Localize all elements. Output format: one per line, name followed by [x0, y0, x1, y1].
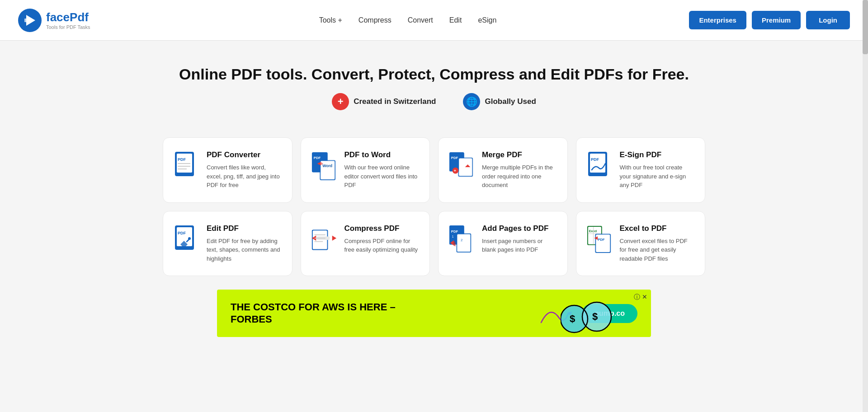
excel-to-pdf-desc: Convert excel files to PDF for free and …: [620, 237, 695, 263]
edit-pdf-icon: PDF: [173, 224, 199, 255]
merge-pdf-info: Merge PDF Merge multiple PDFs in the ord…: [482, 150, 557, 190]
tool-card-edit-pdf[interactable]: PDF Edit PDF Edit PDF for free by adding…: [163, 211, 292, 276]
svg-text:PDF: PDF: [451, 156, 458, 160]
pdf-converter-info: PDF Converter Convert files like word, e…: [207, 150, 282, 190]
logo-tagline: Tools for PDF Tasks: [46, 24, 90, 30]
globe-icon: 🌐: [463, 93, 480, 110]
svg-text:Excel: Excel: [589, 229, 597, 232]
svg-text:PDF: PDF: [313, 156, 321, 160]
esign-pdf-info: E-Sign PDF With our free tool create you…: [620, 150, 695, 190]
edit-pdf-title: Edit PDF: [207, 224, 282, 233]
ad-close-button[interactable]: ⓘ ✕: [634, 293, 647, 301]
pdf-converter-desc: Convert files like word, excel, png, tif…: [207, 163, 282, 190]
pdf-converter-title: PDF Converter: [207, 150, 282, 159]
badge-swiss-label: Created in Switzerland: [354, 97, 436, 106]
hero-title: Online PDF tools. Convert, Protect, Comp…: [9, 66, 859, 83]
tool-card-esign-pdf[interactable]: PDF E-Sign PDF With our free tool create…: [576, 137, 706, 203]
svg-text:2: 2: [461, 238, 462, 242]
nav-esign[interactable]: eSign: [478, 16, 496, 24]
nav-compress[interactable]: Compress: [359, 16, 392, 24]
svg-rect-19: [459, 159, 472, 176]
add-pages-pdf-title: Add Pages to PDF: [482, 224, 557, 233]
pdf-to-word-icon: PDF Word: [311, 150, 337, 181]
nav-edit[interactable]: Edit: [449, 16, 462, 24]
svg-text:PDF: PDF: [178, 231, 186, 235]
badge-global: 🌐 Globally Used: [463, 93, 536, 110]
svg-text:PDF: PDF: [598, 237, 605, 241]
pdf-to-word-info: PDF to Word With our free word online ed…: [344, 150, 420, 190]
tool-card-add-pages-pdf[interactable]: PDF 1 2 Add Pages to PDF Insert page num…: [438, 211, 568, 276]
add-pages-pdf-info: Add Pages to PDF Insert page numbers or …: [482, 224, 557, 254]
login-button[interactable]: Login: [806, 11, 850, 29]
excel-to-pdf-icon: Excel PDF: [586, 224, 613, 255]
tool-card-pdf-to-word[interactable]: PDF Word PDF to Word With our free word …: [301, 137, 430, 203]
tool-card-compress-pdf[interactable]: Compress PDF Compress PDF online for fre…: [301, 211, 430, 276]
compress-pdf-desc: Compress PDF online for free easily opti…: [344, 237, 420, 254]
badge-swiss: + Created in Switzerland: [332, 93, 436, 110]
logo-brand-suffix: Pdf: [70, 10, 89, 24]
compress-pdf-info: Compress PDF Compress PDF online for fre…: [344, 224, 420, 254]
add-pages-pdf-icon: PDF 1 2: [448, 224, 475, 255]
excel-to-pdf-title: Excel to PDF: [620, 224, 695, 233]
main-nav: Tools + Compress Convert Edit eSign: [319, 16, 497, 24]
nav-convert[interactable]: Convert: [408, 16, 433, 24]
merge-pdf-desc: Merge multiple PDFs in the order require…: [482, 163, 557, 190]
svg-rect-2: [24, 19, 28, 22]
nav-tools[interactable]: Tools +: [319, 16, 342, 24]
tools-grid: PDF PDF Converter Convert files like wor…: [140, 137, 728, 276]
badge-global-label: Globally Used: [485, 97, 536, 106]
svg-text:+: +: [454, 169, 457, 173]
svg-text:$: $: [592, 311, 598, 322]
svg-marker-34: [332, 235, 336, 240]
edit-pdf-desc: Edit PDF for free by adding text, shapes…: [207, 237, 282, 263]
pdf-converter-icon: PDF: [173, 150, 199, 181]
add-pages-pdf-desc: Insert page numbers or blank pages into …: [482, 237, 557, 254]
svg-point-30: [188, 237, 191, 240]
merge-pdf-title: Merge PDF: [482, 150, 557, 159]
pdf-to-word-desc: With our free word online editor convert…: [344, 163, 420, 190]
tool-card-pdf-converter[interactable]: PDF PDF Converter Convert files like wor…: [163, 137, 292, 203]
hero-section: Online PDF tools. Convert, Protect, Comp…: [0, 41, 868, 124]
logo-area: facePdf Tools for PDF Tasks: [18, 9, 90, 32]
premium-button[interactable]: Premium: [752, 11, 801, 29]
excel-to-pdf-info: Excel to PDF Convert excel files to PDF …: [620, 224, 695, 263]
svg-text:PDF: PDF: [591, 157, 599, 162]
esign-pdf-title: E-Sign PDF: [620, 150, 695, 159]
svg-text:Word: Word: [322, 164, 332, 168]
logo-brand-prefix: face: [46, 10, 70, 24]
esign-pdf-icon: PDF: [586, 150, 613, 181]
tool-card-excel-to-pdf[interactable]: Excel PDF Excel to PDF Convert excel fil…: [576, 211, 706, 276]
scrollbar-thumb[interactable]: [863, 0, 868, 54]
edit-pdf-info: Edit PDF Edit PDF for free by adding tex…: [207, 224, 282, 263]
header-actions: Enterprises Premium Login: [689, 11, 850, 29]
ad-coins: $ $: [561, 292, 615, 337]
scrollbar-track[interactable]: [863, 0, 868, 412]
compress-pdf-title: Compress PDF: [344, 224, 420, 233]
logo-text: facePdf Tools for PDF Tasks: [46, 10, 90, 30]
header: facePdf Tools for PDF Tasks Tools + Comp…: [0, 0, 868, 41]
svg-text:1: 1: [452, 235, 454, 238]
esign-pdf-desc: With our free tool create your signature…: [620, 163, 695, 190]
hero-badges: + Created in Switzerland 🌐 Globally Used: [9, 93, 859, 110]
logo-brand: facePdf: [46, 10, 90, 24]
compress-pdf-icon: [311, 224, 337, 255]
svg-text:PDF: PDF: [451, 229, 458, 233]
svg-rect-43: [457, 234, 470, 252]
tool-card-merge-pdf[interactable]: PDF + Merge PDF Merge multiple PDFs in t…: [438, 137, 568, 203]
svg-text:$: $: [570, 313, 575, 324]
enterprises-button[interactable]: Enterprises: [689, 11, 746, 29]
swiss-icon: +: [332, 93, 349, 110]
ad-text: THE COSTCO FOR AWS IS HERE – FORBES: [231, 301, 528, 325]
svg-text:PDF: PDF: [178, 157, 186, 162]
pdf-to-word-title: PDF to Word: [344, 150, 420, 159]
merge-pdf-icon: PDF +: [448, 150, 475, 181]
logo-icon: [18, 9, 42, 32]
ad-banner: THE COSTCO FOR AWS IS HERE – FORBES pump…: [217, 290, 651, 337]
